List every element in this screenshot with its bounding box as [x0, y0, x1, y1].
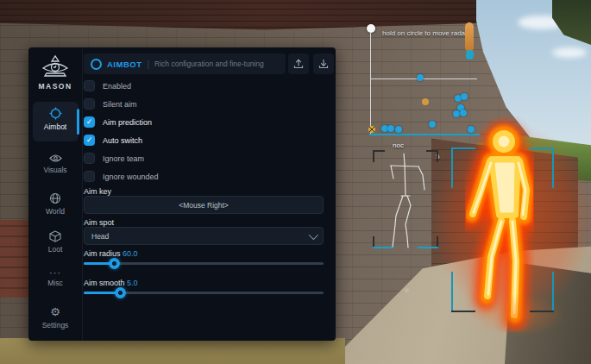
aimbot-ring-icon — [91, 59, 102, 70]
screenshot-root: noc 5 hold on circle to move radar — [0, 0, 591, 364]
checkbox-box[interactable] — [84, 80, 95, 91]
checkbox-label: Enabled — [103, 82, 131, 91]
section-subtitle: Rich configuration and fine-tuning — [154, 60, 264, 68]
checkbox-ignore-team[interactable]: Ignore team — [84, 149, 325, 167]
sidebar-item-settings[interactable]: ⚙ Settings — [28, 306, 82, 329]
slider-thumb[interactable] — [115, 287, 126, 298]
sidebar-item-label: Visuals — [43, 166, 66, 174]
checkbox-label: Auto switch — [103, 136, 142, 145]
aim-radius-slider[interactable] — [84, 258, 324, 269]
offscreen-marker-capsule — [465, 22, 474, 52]
sidebar-item-loot[interactable]: Loot — [28, 230, 82, 254]
radar-hint-text: hold on circle to move radar — [382, 29, 468, 37]
checkbox-box[interactable]: ✓ — [84, 116, 95, 128]
radar-dot-blue — [417, 74, 424, 81]
section-title: AIMBOT — [107, 60, 141, 69]
brand-name: MASON — [38, 82, 72, 91]
mason-eye-icon — [41, 54, 70, 80]
checkbox-enabled[interactable]: Enabled — [84, 77, 325, 95]
sidebar-item-label: Loot — [48, 245, 63, 254]
aim-spot-value: Head — [91, 232, 109, 241]
sidebar-item-label: Misc — [47, 279, 62, 287]
brand-logo: MASON — [28, 54, 82, 91]
upload-icon — [293, 59, 304, 69]
aim-key-value: <Mouse Right> — [179, 201, 229, 210]
cube-icon — [49, 230, 61, 242]
checkbox-label: Aim prediction — [103, 118, 152, 127]
skeleton-esp — [373, 150, 438, 250]
aim-smooth-slider[interactable] — [84, 287, 324, 298]
checkbox-box[interactable]: ✓ — [84, 135, 95, 146]
radar-dot-blue — [460, 110, 467, 116]
section-header: AIMBOT | Rich configuration and fine-tun… — [84, 53, 286, 74]
checkbox-list: Enabled Silent aim ✓ Aim prediction ✓ Au… — [84, 77, 325, 185]
slider-value: 60.0 — [123, 249, 138, 258]
slider-thumb[interactable] — [109, 258, 120, 269]
aim-key-label: Aim key — [84, 187, 111, 196]
gear-icon: ⚙ — [50, 306, 60, 318]
import-config-button[interactable] — [313, 53, 334, 74]
ground-strip — [0, 338, 345, 364]
checkbox-auto-switch[interactable]: ✓ Auto switch — [84, 131, 325, 149]
dots-icon: ··· — [49, 269, 61, 276]
radar-dot-blue — [429, 121, 436, 128]
chevron-down-icon — [309, 229, 318, 239]
radar-left-line — [370, 33, 371, 134]
aim-radius-label: Aim radius 60.0 — [84, 249, 138, 258]
aim-spot-label: Aim spot — [84, 218, 114, 227]
export-config-button[interactable] — [288, 53, 309, 74]
globe-icon — [49, 192, 61, 204]
crosshair-icon — [49, 107, 62, 120]
radar-dot-blue — [387, 125, 394, 132]
slider-label: Aim smooth — [84, 279, 125, 287]
checkbox-silent-aim[interactable]: Silent aim — [84, 95, 325, 113]
sidebar-item-visuals[interactable]: Visuals — [28, 154, 82, 174]
cheat-menu-panel: MASON Aimbot Visuals — [28, 47, 336, 341]
radar-bottom-line — [369, 134, 480, 135]
checkbox-label: Ignore team — [103, 154, 144, 163]
sidebar-item-label: World — [46, 207, 65, 216]
checkbox-label: Silent aim — [103, 100, 137, 109]
aim-spot-select[interactable]: Head — [84, 227, 324, 245]
sidebar: MASON Aimbot Visuals — [28, 47, 83, 341]
checkbox-ignore-wounded[interactable]: Ignore wounded — [84, 167, 325, 185]
radar-dot-blue — [468, 126, 475, 133]
checkbox-box[interactable] — [84, 98, 95, 110]
radar-dot-blue — [461, 93, 468, 100]
brick-patch — [0, 220, 29, 298]
checkbox-box[interactable] — [84, 171, 95, 182]
sidebar-item-misc[interactable]: ··· Misc — [28, 269, 82, 287]
checkbox-box[interactable] — [84, 153, 95, 164]
cloud — [552, 47, 587, 58]
esp-player-name: noc — [393, 141, 404, 149]
checkbox-aim-prediction[interactable]: ✓ Aim prediction — [84, 113, 325, 131]
checkbox-label: Ignore wounded — [103, 173, 159, 181]
radar-dot-self — [368, 126, 375, 133]
radar-top-line — [371, 78, 477, 79]
sidebar-item-world[interactable]: World — [28, 192, 82, 216]
radar-dot-blue — [453, 110, 460, 117]
download-icon — [318, 59, 329, 69]
aim-smooth-label: Aim smooth 5.0 — [84, 279, 138, 287]
offscreen-marker-dot — [466, 50, 474, 60]
radar-dot-blue — [395, 126, 402, 133]
header-separator: | — [147, 60, 149, 69]
sidebar-item-label: Aimbot — [44, 122, 66, 131]
slider-value: 5.0 — [127, 279, 138, 287]
radar-drag-handle[interactable] — [367, 24, 375, 33]
eye-icon — [49, 154, 62, 163]
sidebar-item-label: Settings — [42, 321, 69, 329]
player-esp-box — [451, 147, 554, 312]
radar-dot-orange — [422, 98, 429, 105]
sidebar-item-aimbot[interactable]: Aimbot — [28, 107, 82, 131]
aim-key-button[interactable]: <Mouse Right> — [84, 196, 324, 214]
slider-label: Aim radius — [84, 249, 121, 258]
